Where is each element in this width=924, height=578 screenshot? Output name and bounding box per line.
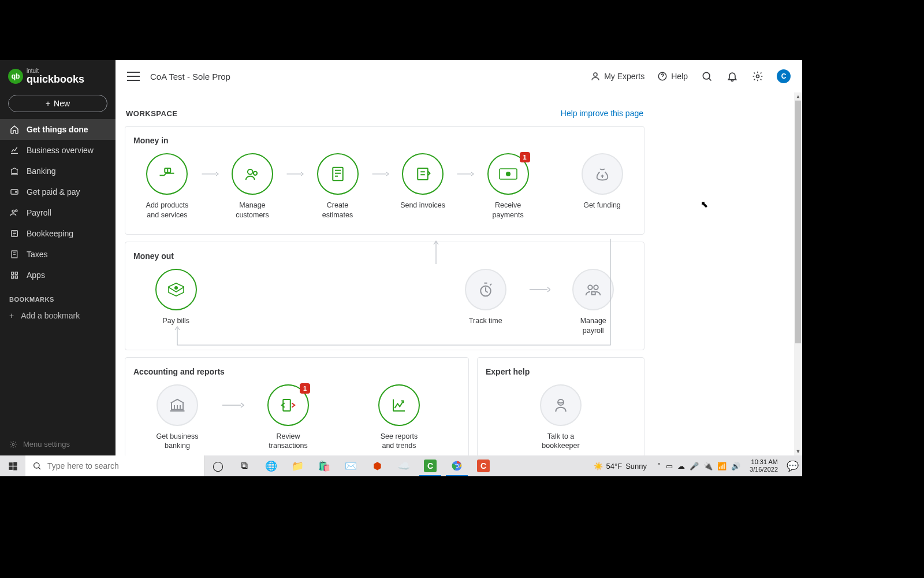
panel-accounting: Accounting and reports Get businessbanki… [125, 357, 469, 456]
tile-add-products[interactable]: Add productsand services [133, 153, 201, 220]
tile-label-line: customers [236, 211, 269, 219]
file-explorer-button[interactable]: 📁 [284, 455, 311, 476]
office-button[interactable]: ⬢ [364, 455, 390, 476]
onedrive-icon[interactable]: ☁ [677, 462, 685, 470]
tile-review-transactions[interactable]: 1 Reviewtransactions [244, 384, 332, 451]
app-window: qb intuit quickbooks + New Get things do… [0, 60, 802, 455]
vertical-scrollbar[interactable]: ▲ ▼ [794, 92, 802, 455]
sidebar: qb intuit quickbooks + New Get things do… [0, 60, 116, 455]
panel-money-out-title: Money out [133, 251, 636, 261]
wallet-icon [9, 187, 20, 197]
nav-banking[interactable]: Banking [0, 161, 116, 181]
tile-label-line: estimates [322, 211, 353, 219]
scroll-down-button[interactable]: ▼ [794, 447, 802, 455]
nav-label: Bookkeeping [27, 229, 73, 238]
nav-bookkeeping[interactable]: Bookkeeping [0, 223, 116, 244]
help-button[interactable]: Help [657, 71, 688, 81]
menu-settings-button[interactable]: Menu settings [0, 433, 116, 455]
hamburger-menu-button[interactable] [127, 72, 140, 81]
cloud-icon: ☁️ [398, 460, 410, 472]
usb-icon[interactable]: 🔌 [703, 462, 713, 470]
mail-button[interactable]: ✉️ [337, 455, 364, 476]
system-tray[interactable]: ˄ ▭ ☁ 🎤 🔌 📶 🔊 [653, 462, 745, 470]
logo: qb intuit quickbooks [0, 60, 116, 90]
help-label: Help [671, 72, 688, 81]
nav-business-overview[interactable]: Business overview [0, 140, 116, 161]
camtasia-button[interactable]: C [417, 455, 444, 476]
wifi-icon[interactable]: 📶 [717, 462, 726, 470]
taskbar-right: ☀️ 54°F Sunny ˄ ▭ ☁ 🎤 🔌 📶 🔊 10:31 AM 3/1… [588, 455, 802, 476]
tile-track-time[interactable]: Track time [443, 269, 528, 326]
tile-pay-bills[interactable]: Pay bills [133, 269, 219, 326]
svg-point-26 [174, 286, 178, 290]
action-center-button[interactable]: 💬 [783, 455, 802, 476]
tile-label-line: transactions [269, 442, 307, 450]
mic-icon[interactable]: 🎤 [690, 462, 699, 470]
weather-widget[interactable]: ☀️ 54°F Sunny [588, 462, 653, 470]
tile-see-reports[interactable]: See reportsand trends [355, 384, 443, 451]
nav-apps[interactable]: Apps [0, 265, 116, 286]
svg-point-25 [506, 172, 511, 176]
chevron-up-icon[interactable]: ˄ [657, 462, 661, 470]
taskbar-search[interactable] [25, 455, 204, 476]
nav-taxes[interactable]: Taxes [0, 244, 116, 265]
tile-get-banking[interactable]: Get businessbanking [133, 384, 221, 451]
nav-payroll[interactable]: Payroll [0, 202, 116, 223]
add-bookmark-button[interactable]: + Add a bookmark [0, 306, 116, 325]
store-button[interactable]: 🛍️ [311, 455, 337, 476]
help-improve-link[interactable]: Help improve this page [561, 109, 643, 118]
svg-point-29 [588, 285, 593, 290]
svg-point-1 [16, 191, 17, 192]
tile-talk-bookkeeper[interactable]: Talk to abookkeeper [517, 384, 605, 451]
people-icon [9, 208, 20, 218]
nav-get-paid-pay[interactable]: Get paid & pay [0, 181, 116, 202]
transactions-icon [280, 397, 297, 414]
task-view-button[interactable]: ⧉ [231, 455, 258, 476]
logo-text: intuit quickbooks [27, 68, 84, 84]
edge-button[interactable]: 🌐 [258, 455, 284, 476]
gear-icon [9, 440, 17, 449]
svg-rect-7 [15, 272, 17, 275]
volume-icon[interactable]: 🔊 [731, 462, 740, 470]
taskbar-pinned: ◯ ⧉ 🌐 📁 🛍️ ✉️ ⬢ ☁️ C C [204, 455, 497, 476]
battery-icon[interactable]: ▭ [666, 462, 673, 470]
start-button[interactable] [0, 455, 25, 476]
plus-icon: + [46, 99, 50, 108]
workspace: WORKSPACE Help improve this page Money i… [125, 109, 644, 455]
arrow-icon [528, 269, 551, 310]
scrollbar-thumb[interactable] [795, 101, 801, 343]
plus-icon: + [9, 311, 14, 320]
nav-get-things-done[interactable]: Get things done [0, 119, 116, 140]
arrow-icon [286, 153, 304, 195]
tile-send-invoices[interactable]: Send invoices [389, 153, 457, 210]
svg-rect-31 [592, 292, 595, 295]
recorder-button[interactable]: C [470, 455, 497, 476]
tile-receive-payments[interactable]: 1 Receivepayments [474, 153, 542, 220]
taskbar-clock[interactable]: 10:31 AM 3/16/2022 [745, 458, 783, 473]
tile-manage-customers[interactable]: Managecustomers [219, 153, 286, 220]
tile-label-line: Talk to a [547, 432, 575, 440]
search-button[interactable] [701, 70, 713, 83]
my-experts-button[interactable]: My Experts [590, 71, 644, 81]
taskbar-search-input[interactable] [47, 461, 197, 470]
logo-brand: quickbooks [27, 74, 84, 84]
ledger-icon [9, 228, 20, 239]
panel-expert-title: Expert help [486, 367, 636, 376]
app-button[interactable]: ☁️ [390, 455, 417, 476]
scroll-up-button[interactable]: ▲ [794, 92, 802, 101]
tile-manage-payroll[interactable]: Managepayroll [550, 269, 636, 336]
clock-date: 3/16/2022 [750, 466, 778, 473]
notifications-button[interactable] [726, 70, 739, 83]
panel-accounting-title: Accounting and reports [133, 367, 460, 376]
settings-button[interactable] [751, 70, 764, 83]
tile-label-line: and trends [382, 442, 416, 450]
chrome-button[interactable] [444, 455, 470, 476]
new-button[interactable]: + New [8, 95, 107, 112]
user-avatar[interactable]: C [777, 69, 791, 83]
cortana-button[interactable]: ◯ [204, 455, 231, 476]
tile-create-estimates[interactable]: Createestimates [304, 153, 371, 220]
nav-label: Taxes [27, 250, 48, 259]
gear-icon [752, 71, 763, 82]
tile-label: Pay bills [163, 316, 190, 326]
tile-get-funding[interactable]: Get funding [568, 153, 636, 210]
